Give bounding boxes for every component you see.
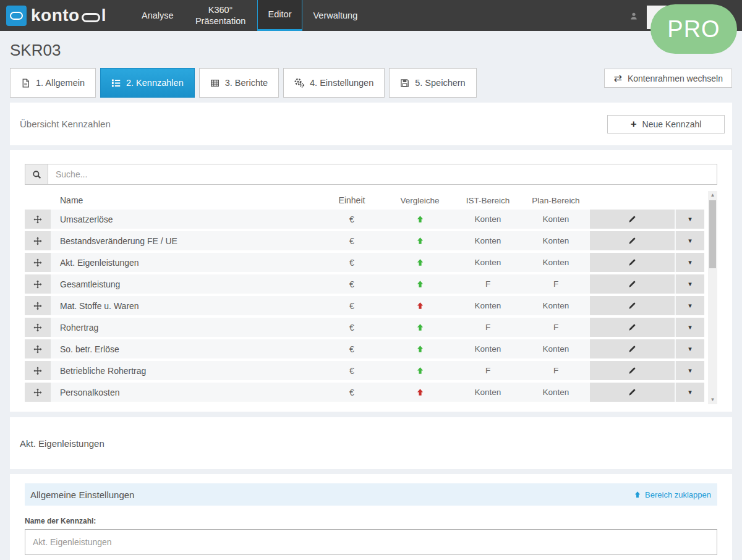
app-logo[interactable]: kontol: [0, 0, 114, 31]
row-name: Personalkosten: [51, 383, 318, 402]
table-icon: [210, 78, 220, 88]
edit-button[interactable]: [590, 253, 675, 272]
edit-button[interactable]: [590, 210, 675, 229]
row-dropdown-button[interactable]: ▾: [676, 361, 704, 380]
nav-item-editor[interactable]: Editor: [257, 0, 303, 31]
table-row[interactable]: Akt. Eigenleistungen € Konten Konten ▾: [25, 253, 704, 272]
row-dropdown-button[interactable]: ▾: [676, 383, 704, 402]
scrollbar-thumb[interactable]: [709, 200, 716, 268]
tab-label: 4. Einstellungen: [310, 78, 373, 88]
row-unit: €: [318, 296, 386, 315]
file-icon: [21, 78, 30, 88]
scroll-down-button[interactable]: ▼: [708, 396, 717, 404]
edit-button[interactable]: [590, 296, 675, 315]
table-row[interactable]: Personalkosten € Konten Konten ▾: [25, 383, 704, 402]
row-dropdown-button[interactable]: ▾: [676, 296, 704, 315]
tab-label: 1. Allgemein: [36, 78, 85, 88]
row-plan: F: [522, 318, 590, 337]
row-ist: F: [454, 274, 522, 294]
edit-button[interactable]: [590, 274, 675, 294]
pencil-icon: [628, 237, 636, 245]
row-dropdown-button[interactable]: ▾: [676, 274, 704, 294]
drag-handle[interactable]: [25, 231, 51, 250]
edit-button[interactable]: [590, 318, 675, 337]
table-row[interactable]: Betriebliche Rohertrag € F F ▾: [25, 361, 704, 380]
drag-handle[interactable]: [25, 210, 51, 229]
tab-kennzahlen[interactable]: 2. Kennzahlen: [100, 68, 195, 98]
tab-allgemein[interactable]: 1. Allgemein: [10, 68, 96, 98]
tab-einstellungen[interactable]: 4. Einstellungen: [283, 68, 385, 98]
row-plan: Konten: [522, 253, 590, 272]
pencil-icon: [628, 280, 636, 288]
row-ist: F: [454, 361, 522, 380]
navbar: kontol Analyse K360° Präsentation Editor…: [0, 0, 742, 31]
header-plan-bereich: Plan-Bereich: [522, 196, 590, 205]
edit-button[interactable]: [590, 361, 675, 380]
row-dropdown-button[interactable]: ▾: [676, 253, 704, 272]
table-row[interactable]: Mat. Stoffe u. Waren € Konten Konten ▾: [25, 296, 704, 315]
trend-up-icon: [416, 280, 424, 288]
table-row[interactable]: Rohertrag € F F ▾: [25, 318, 704, 337]
table-row[interactable]: Bestandsveränderung FE / UE € Konten Kon…: [25, 231, 704, 250]
table-row[interactable]: Gesamtleistung € F F ▾: [25, 274, 704, 294]
drag-handle[interactable]: [25, 318, 51, 337]
row-ist: Konten: [454, 383, 522, 402]
row-ist: Konten: [454, 253, 522, 272]
trend-up-icon: [416, 367, 424, 375]
move-icon: [33, 367, 42, 375]
drag-handle[interactable]: [25, 339, 51, 358]
save-icon: [400, 78, 409, 88]
table-row[interactable]: So. betr. Erlöse € Konten Konten ▾: [25, 339, 704, 358]
row-unit: €: [318, 253, 386, 272]
pencil-icon: [628, 302, 636, 310]
tab-speichern[interactable]: 5. Speichern: [389, 68, 476, 98]
edit-button[interactable]: [590, 339, 675, 358]
table-scrollbar[interactable]: ▲ ▼: [708, 191, 717, 404]
row-dropdown-button[interactable]: ▾: [676, 210, 704, 229]
drag-handle[interactable]: [25, 253, 51, 272]
row-unit: €: [318, 318, 386, 337]
row-dropdown-button[interactable]: ▾: [676, 339, 704, 358]
row-name: Bestandsveränderung FE / UE: [51, 231, 318, 250]
caret-down-icon: ▾: [688, 388, 692, 396]
name-field-label: Name der Kennzahl:: [25, 517, 717, 525]
drag-handle[interactable]: [25, 383, 51, 402]
nav-item-analyse[interactable]: Analyse: [131, 0, 184, 31]
button-label: Neue Kennzahl: [642, 119, 702, 129]
drag-handle[interactable]: [25, 361, 51, 380]
main-menu: Analyse K360° Präsentation Editor Verwal…: [131, 0, 368, 31]
row-dropdown-button[interactable]: ▾: [676, 231, 704, 250]
trend-up-icon: [416, 345, 424, 353]
drag-handle[interactable]: [25, 274, 51, 294]
row-name: Gesamtleistung: [51, 274, 318, 294]
drag-handle[interactable]: [25, 296, 51, 315]
row-ist: Konten: [454, 210, 522, 229]
kennzahlen-table: Name Einheit Vergleiche IST-Bereich Plan…: [25, 191, 717, 404]
row-unit: €: [318, 210, 386, 229]
search-icon: [25, 164, 48, 185]
row-plan: Konten: [522, 231, 590, 250]
move-icon: [33, 237, 42, 245]
collapse-section-link[interactable]: Bereich zuklappen: [634, 490, 711, 499]
panel-title: Allgemeine Einstellungen: [30, 490, 134, 500]
switch-chart-of-accounts-button[interactable]: ⇄ Kontenrahmen wechseln: [604, 69, 732, 88]
nav-item-verwaltung[interactable]: Verwaltung: [302, 0, 368, 31]
tab-label: 3. Berichte: [225, 78, 268, 88]
search-input[interactable]: [48, 164, 717, 185]
nav-item-k360-praesentation[interactable]: K360° Präsentation: [184, 0, 257, 31]
new-kennzahl-button[interactable]: + Neue Kennzahl: [607, 115, 725, 134]
kennzahl-name-input[interactable]: [25, 529, 717, 555]
arrow-up-icon: [634, 491, 641, 498]
caret-down-icon: ▾: [688, 280, 692, 288]
row-unit: €: [318, 231, 386, 250]
table-row[interactable]: Umsatzerlöse € Konten Konten ▾: [25, 210, 704, 229]
scroll-up-button[interactable]: ▲: [708, 191, 717, 200]
user-icon[interactable]: [629, 10, 638, 21]
edit-button[interactable]: [590, 231, 675, 250]
logo-pill-glyph: [82, 13, 100, 22]
trend-up-icon: [416, 237, 424, 245]
edit-button[interactable]: [590, 383, 675, 402]
tab-berichte[interactable]: 3. Berichte: [199, 68, 279, 98]
overview-header-card: Übersicht Kennzahlen + Neue Kennzahl: [10, 103, 732, 145]
row-dropdown-button[interactable]: ▾: [676, 318, 704, 337]
